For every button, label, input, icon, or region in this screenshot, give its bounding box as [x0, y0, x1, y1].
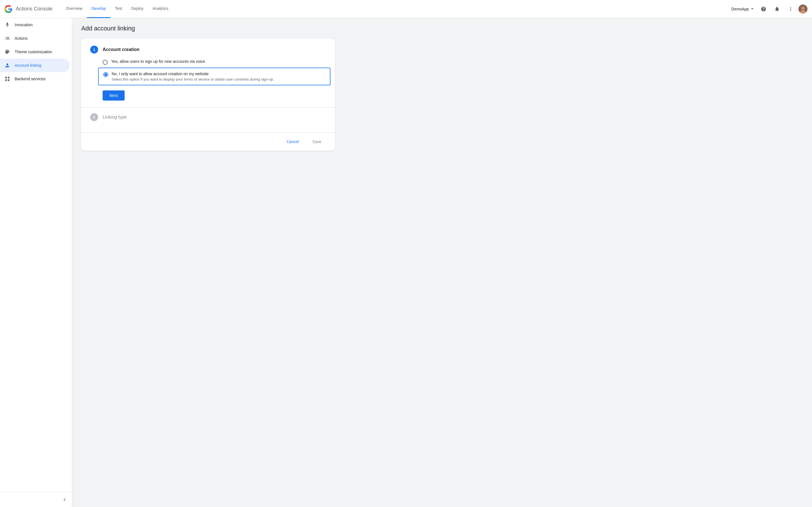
tab-develop[interactable]: Develop — [87, 0, 110, 18]
sidebar-item-actions[interactable]: Actions — [0, 32, 70, 45]
sidebar-item-backend-services-label: Backend services — [15, 76, 46, 81]
more-options-button[interactable] — [785, 3, 796, 15]
sidebar-item-theme[interactable]: Theme customization — [0, 45, 70, 59]
option-yes-voice[interactable]: Yes, allow users to sign up for new acco… — [103, 59, 326, 65]
option-no-website[interactable]: No, I only want to allow account creatio… — [98, 68, 331, 86]
sidebar-bottom — [0, 492, 72, 507]
step-2-number: 2 — [90, 113, 98, 121]
collapse-button[interactable] — [0, 495, 72, 505]
radio-options: Yes, allow users to sign up for new acco… — [103, 59, 326, 85]
sidebar-item-invocation-label: Invocation — [15, 22, 33, 27]
app-title: Actions Console — [16, 6, 52, 12]
top-navigation: Actions Console Overview Develop Test De… — [0, 0, 812, 18]
main-navigation: Overview Develop Test Deploy Analytics — [61, 0, 729, 18]
more-vert-icon — [788, 6, 794, 12]
page-title: Add account linking — [81, 25, 803, 32]
chevron-down-icon — [751, 8, 753, 10]
mic-icon — [4, 22, 10, 27]
option-no-website-description: Select this option if you want to displa… — [112, 77, 274, 81]
account-linking-card: 1 Account creation Yes, allow users to s… — [81, 39, 335, 151]
person-icon — [4, 62, 10, 68]
tab-deploy[interactable]: Deploy — [127, 0, 148, 18]
cancel-button[interactable]: Cancel — [282, 137, 303, 146]
notifications-button[interactable] — [771, 3, 783, 15]
step-1-header: 1 Account creation — [90, 46, 326, 54]
step-1-number: 1 — [90, 46, 98, 54]
sidebar-item-invocation[interactable]: Invocation — [0, 18, 70, 32]
sidebar-item-account-linking-label: Account linking — [15, 63, 41, 68]
option-no-website-label: No, I only want to allow account creatio… — [112, 71, 274, 76]
app-selector[interactable]: DemoApp — [729, 5, 756, 13]
tab-analytics[interactable]: Analytics — [148, 0, 173, 18]
nav-right-actions: DemoApp — [729, 3, 808, 15]
radio-yes-voice[interactable] — [103, 60, 108, 65]
option-yes-voice-label: Yes, allow users to sign up for new acco… — [111, 59, 205, 64]
help-button[interactable] — [758, 3, 769, 15]
option-no-website-content: No, I only want to allow account creatio… — [112, 71, 274, 81]
save-button: Save — [308, 137, 326, 146]
sidebar-item-theme-label: Theme customization — [15, 50, 52, 54]
next-button[interactable]: Next — [103, 91, 124, 101]
help-icon — [761, 6, 766, 12]
notifications-icon — [774, 6, 780, 12]
svg-point-1 — [801, 6, 805, 10]
main-layout: Invocation Actions Theme customization A… — [0, 18, 812, 507]
grid-icon — [4, 76, 10, 82]
avatar[interactable] — [799, 4, 808, 13]
radio-no-website[interactable] — [103, 72, 108, 77]
sidebar-item-account-linking[interactable]: Account linking — [0, 59, 70, 72]
step-1-section: 1 Account creation Yes, allow users to s… — [81, 39, 335, 108]
step-2-section: 2 Linking type — [81, 108, 335, 133]
content-area: Add account linking 1 Account creation Y… — [72, 18, 812, 507]
actions-icon — [4, 36, 10, 41]
tab-overview[interactable]: Overview — [61, 0, 87, 18]
step-1-title: Account creation — [103, 47, 140, 52]
option-yes-voice-content: Yes, allow users to sign up for new acco… — [111, 59, 205, 64]
avatar-image — [799, 4, 808, 13]
sidebar: Invocation Actions Theme customization A… — [0, 18, 72, 507]
palette-icon — [4, 49, 10, 55]
sidebar-item-backend-services[interactable]: Backend services — [0, 72, 70, 86]
card-footer: Cancel Save — [81, 133, 335, 151]
step-2-title: Linking type — [103, 115, 126, 120]
chevron-left-icon — [62, 497, 67, 503]
app-name-label: DemoApp — [731, 7, 749, 11]
google-logo-icon — [4, 5, 12, 13]
tab-test[interactable]: Test — [110, 0, 127, 18]
step-2-header: 2 Linking type — [90, 113, 326, 121]
brand-area: Actions Console — [4, 5, 52, 13]
sidebar-item-actions-label: Actions — [15, 36, 28, 41]
